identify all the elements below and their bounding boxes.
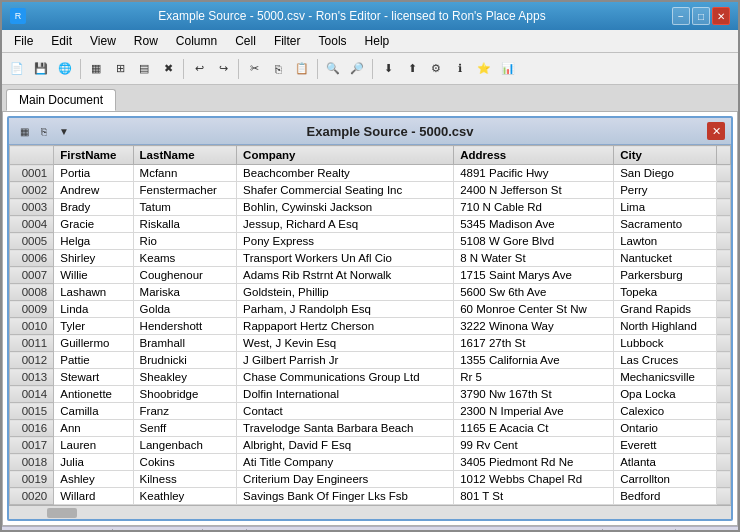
cell-lastname: Mariska (133, 284, 237, 301)
inner-panel-close-button[interactable]: ✕ (707, 122, 725, 140)
cell-lastname: Coughenour (133, 267, 237, 284)
cell-address: 5108 W Gore Blvd (454, 233, 614, 250)
cell-lastname: Tatum (133, 199, 237, 216)
cell-scroll (717, 420, 731, 437)
inner-panel-title: Example Source - 5000.csv (73, 124, 707, 139)
cell-company: Parham, J Randolph Esq (237, 301, 454, 318)
close-button[interactable]: ✕ (712, 7, 730, 25)
cell-scroll (717, 437, 731, 454)
table-row[interactable]: 0015 Camilla Franz Contact 2300 N Imperi… (10, 403, 731, 420)
sep3 (238, 59, 239, 79)
cell-firstname: Helga (54, 233, 133, 250)
save-button[interactable]: 💾 (30, 58, 52, 80)
menu-column[interactable]: Column (168, 32, 225, 50)
menu-help[interactable]: Help (357, 32, 398, 50)
table-row[interactable]: 0018 Julia Cokins Ati Title Company 3405… (10, 454, 731, 471)
menu-tools[interactable]: Tools (311, 32, 355, 50)
delete-button[interactable]: ✖ (157, 58, 179, 80)
menu-view[interactable]: View (82, 32, 124, 50)
menu-cell[interactable]: Cell (227, 32, 264, 50)
paste-button[interactable]: 📋 (291, 58, 313, 80)
cell-scroll (717, 233, 731, 250)
table-row[interactable]: 0013 Stewart Sheakley Chase Communicatio… (10, 369, 731, 386)
table-row[interactable]: 0008 Lashawn Mariska Goldstein, Phillip … (10, 284, 731, 301)
menu-file[interactable]: File (6, 32, 41, 50)
table-row[interactable]: 0014 Antionette Shoobridge Dolfin Intern… (10, 386, 731, 403)
cell-num: 0007 (10, 267, 54, 284)
cell-city: Bedford (614, 488, 717, 505)
panel-grid-button[interactable]: ▦ (15, 122, 33, 140)
cut-button[interactable]: ✂ (243, 58, 265, 80)
cell-city: North Highland (614, 318, 717, 335)
cell-city: Atlanta (614, 454, 717, 471)
cell-scroll (717, 369, 731, 386)
maximize-button[interactable]: □ (692, 7, 710, 25)
grid2-button[interactable]: ⊞ (109, 58, 131, 80)
cell-address: 3405 Piedmont Rd Ne (454, 454, 614, 471)
undo-button[interactable]: ↩ (188, 58, 210, 80)
minimize-button[interactable]: − (672, 7, 690, 25)
cell-num: 0005 (10, 233, 54, 250)
table-row[interactable]: 0004 Gracie Riskalla Jessup, Richard A E… (10, 216, 731, 233)
cell-lastname: Mcfann (133, 165, 237, 182)
table-row[interactable]: 0005 Helga Rio Pony Express 5108 W Gore … (10, 233, 731, 250)
new-button[interactable]: 📄 (6, 58, 28, 80)
cell-city: Topeka (614, 284, 717, 301)
menu-filter[interactable]: Filter (266, 32, 309, 50)
panel-copy-button[interactable]: ⎘ (35, 122, 53, 140)
cell-address: 4891 Pacific Hwy (454, 165, 614, 182)
search-button[interactable]: 🔍 (322, 58, 344, 80)
export-button[interactable]: ⬆ (401, 58, 423, 80)
table-row[interactable]: 0017 Lauren Langenbach Albright, David F… (10, 437, 731, 454)
grid3-button[interactable]: ▤ (133, 58, 155, 80)
menu-row[interactable]: Row (126, 32, 166, 50)
table-row[interactable]: 0019 Ashley Kilness Criterium Day Engine… (10, 471, 731, 488)
h-scroll-thumb[interactable] (47, 508, 77, 518)
grid1-button[interactable]: ▦ (85, 58, 107, 80)
cell-address: 801 T St (454, 488, 614, 505)
cell-num: 0011 (10, 335, 54, 352)
table-row[interactable]: 0003 Brady Tatum Bohlin, Cywinski Jackso… (10, 199, 731, 216)
table-row[interactable]: 0002 Andrew Fenstermacher Shafer Commerc… (10, 182, 731, 199)
table-row[interactable]: 0020 Willard Keathley Savings Bank Of Fi… (10, 488, 731, 505)
table-row[interactable]: 0009 Linda Golda Parham, J Randolph Esq … (10, 301, 731, 318)
cell-company: J Gilbert Parrish Jr (237, 352, 454, 369)
sep4 (317, 59, 318, 79)
import-button[interactable]: ⬇ (377, 58, 399, 80)
open-button[interactable]: 🌐 (54, 58, 76, 80)
table-row[interactable]: 0016 Ann Senff Travelodge Santa Barbara … (10, 420, 731, 437)
chart-button[interactable]: 📊 (497, 58, 519, 80)
inner-panel: ▦ ⎘ ▼ Example Source - 5000.csv ✕ FirstN… (7, 116, 733, 521)
settings-button[interactable]: ⚙ (425, 58, 447, 80)
redo-button[interactable]: ↪ (212, 58, 234, 80)
menu-edit[interactable]: Edit (43, 32, 80, 50)
cell-city: Lima (614, 199, 717, 216)
table-row[interactable]: 0006 Shirley Keams Transport Workers Un … (10, 250, 731, 267)
cell-lastname: Bramhall (133, 335, 237, 352)
table-row[interactable]: 0012 Pattie Brudnicki J Gilbert Parrish … (10, 352, 731, 369)
panel-menu-button[interactable]: ▼ (55, 122, 73, 140)
copy-button[interactable]: ⎘ (267, 58, 289, 80)
cell-city: Grand Rapids (614, 301, 717, 318)
cell-scroll (717, 454, 731, 471)
cell-lastname: Fenstermacher (133, 182, 237, 199)
table-row[interactable]: 0010 Tyler Hendershott Rappaport Hertz C… (10, 318, 731, 335)
col-header-firstname: FirstName (54, 146, 133, 165)
horizontal-scrollbar[interactable] (9, 505, 731, 519)
table-container[interactable]: FirstName LastName Company Address City … (9, 145, 731, 505)
cell-company: Contact (237, 403, 454, 420)
cell-company: Dolfin International (237, 386, 454, 403)
cell-firstname: Tyler (54, 318, 133, 335)
cell-scroll (717, 216, 731, 233)
info-button[interactable]: ℹ (449, 58, 471, 80)
cell-lastname: Senff (133, 420, 237, 437)
table-row[interactable]: 0007 Willie Coughenour Adams Rib Rstrnt … (10, 267, 731, 284)
sep2 (183, 59, 184, 79)
table-row[interactable]: 0011 Guillermo Bramhall West, J Kevin Es… (10, 335, 731, 352)
cell-company: Ati Title Company (237, 454, 454, 471)
tab-main-document[interactable]: Main Document (6, 89, 116, 111)
star-button[interactable]: ⭐ (473, 58, 495, 80)
find-button[interactable]: 🔎 (346, 58, 368, 80)
window-controls: − □ ✕ (672, 7, 730, 25)
table-row[interactable]: 0001 Portia Mcfann Beachcomber Realty 48… (10, 165, 731, 182)
